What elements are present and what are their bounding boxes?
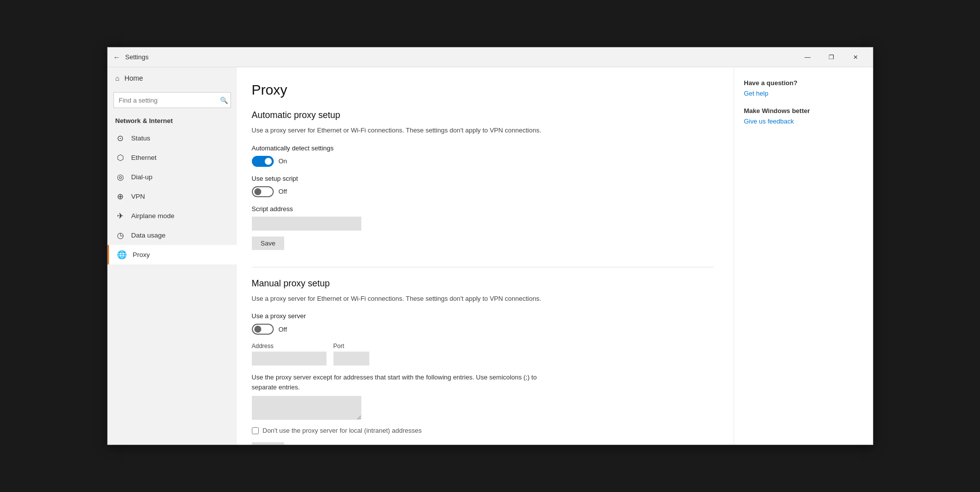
setup-script-label: Use setup script xyxy=(252,175,714,182)
window-controls: — ❐ ✕ xyxy=(796,49,867,65)
search-input[interactable] xyxy=(113,92,231,108)
sidebar-item-airplane[interactable]: ✈ Airplane mode xyxy=(108,206,237,226)
close-button[interactable]: ✕ xyxy=(844,49,867,65)
status-icon: ⊙ xyxy=(115,133,125,143)
feedback-link[interactable]: Give us feedback xyxy=(744,118,863,125)
back-button[interactable]: ← xyxy=(113,53,120,61)
toggle-thumb xyxy=(254,188,261,195)
datausage-icon: ◷ xyxy=(115,231,125,240)
settings-window: ← Settings — ❐ ✕ ⌂ Home 🔍 Network & Inte… xyxy=(107,47,873,445)
use-proxy-toggle-row: Off xyxy=(252,324,714,335)
manual-section-desc: Use a proxy server for Ethernet or Wi-Fi… xyxy=(252,294,550,304)
script-address-label: Script address xyxy=(252,205,714,213)
question-title: Have a question? xyxy=(744,79,863,87)
setup-script-toggle[interactable] xyxy=(252,186,274,197)
port-input[interactable] xyxy=(333,352,369,366)
setup-script-toggle-row: Off xyxy=(252,186,714,197)
manual-section-title: Manual proxy setup xyxy=(252,278,714,289)
use-proxy-state: Off xyxy=(279,326,287,333)
search-box: 🔍 xyxy=(113,92,231,108)
sidebar-item-label: Dial-up xyxy=(131,173,153,181)
sidebar: ⌂ Home 🔍 Network & Internet ⊙ Status ⬡ E… xyxy=(108,67,237,445)
address-input[interactable] xyxy=(252,352,327,366)
address-field-group: Address xyxy=(252,343,327,366)
page-title: Proxy xyxy=(252,82,714,98)
dialup-icon: ◎ xyxy=(115,172,125,182)
get-help-link[interactable]: Get help xyxy=(744,90,863,97)
sidebar-item-label: Status xyxy=(131,134,150,142)
sidebar-item-label: Data usage xyxy=(131,232,166,239)
right-panel: Have a question? Get help Make Windows b… xyxy=(734,67,873,445)
vpn-icon: ⊕ xyxy=(115,192,125,201)
sidebar-item-label: Proxy xyxy=(133,251,150,258)
titlebar-title: Settings xyxy=(125,53,149,61)
address-label: Address xyxy=(252,343,327,350)
search-icon: 🔍 xyxy=(220,97,228,104)
sidebar-item-status[interactable]: ⊙ Status xyxy=(108,128,237,148)
auto-detect-state: On xyxy=(279,157,287,165)
sidebar-item-dialup[interactable]: ◎ Dial-up xyxy=(108,167,237,187)
auto-detect-label: Automatically detect settings xyxy=(252,144,714,152)
content-area: ⌂ Home 🔍 Network & Internet ⊙ Status ⬡ E… xyxy=(108,67,873,445)
sidebar-item-vpn[interactable]: ⊕ VPN xyxy=(108,187,237,206)
auto-detect-toggle[interactable] xyxy=(252,156,274,167)
setup-script-state: Off xyxy=(279,188,287,195)
auto-section-desc: Use a proxy server for Ethernet or Wi-Fi… xyxy=(252,125,550,135)
sidebar-item-proxy[interactable]: 🌐 Proxy xyxy=(108,245,237,264)
use-proxy-toggle[interactable] xyxy=(252,324,274,335)
section-divider xyxy=(252,267,714,267)
ethernet-icon: ⬡ xyxy=(115,153,125,162)
maximize-button[interactable]: ❐ xyxy=(820,49,843,65)
main-content: Proxy Automatic proxy setup Use a proxy … xyxy=(237,67,734,445)
manual-save-button[interactable]: Save xyxy=(252,442,285,445)
airplane-icon: ✈ xyxy=(115,211,125,221)
auto-detect-toggle-row: On xyxy=(252,156,714,167)
auto-section-title: Automatic proxy setup xyxy=(252,110,714,121)
minimize-button[interactable]: — xyxy=(796,49,819,65)
home-label: Home xyxy=(124,74,143,82)
sidebar-item-ethernet[interactable]: ⬡ Ethernet xyxy=(108,148,237,167)
port-label: Port xyxy=(333,343,369,350)
use-proxy-label: Use a proxy server xyxy=(252,312,714,320)
sidebar-section-label: Network & Internet xyxy=(108,115,237,128)
sidebar-item-datausage[interactable]: ◷ Data usage xyxy=(108,226,237,245)
titlebar: ← Settings — ❐ ✕ xyxy=(108,47,873,67)
sidebar-home[interactable]: ⌂ Home xyxy=(108,67,237,89)
port-field-group: Port xyxy=(333,343,369,366)
local-checkbox[interactable] xyxy=(252,427,259,434)
sidebar-item-label: Airplane mode xyxy=(131,212,175,220)
sidebar-item-label: Ethernet xyxy=(131,154,157,161)
auto-save-button[interactable]: Save xyxy=(252,237,285,250)
checkbox-label: Don't use the proxy server for local (in… xyxy=(263,427,422,434)
sidebar-item-label: VPN xyxy=(131,193,145,200)
exceptions-input[interactable] xyxy=(252,396,361,420)
address-port-row: Address Port xyxy=(252,343,714,366)
toggle-thumb xyxy=(265,158,272,165)
home-icon: ⌂ xyxy=(115,74,119,82)
exceptions-desc: Use the proxy server except for addresse… xyxy=(252,372,550,392)
toggle-thumb xyxy=(254,326,261,333)
script-address-input[interactable] xyxy=(252,217,361,231)
windows-title: Make Windows better xyxy=(744,107,863,115)
checkbox-row: Don't use the proxy server for local (in… xyxy=(252,427,714,434)
proxy-icon: 🌐 xyxy=(117,250,127,259)
